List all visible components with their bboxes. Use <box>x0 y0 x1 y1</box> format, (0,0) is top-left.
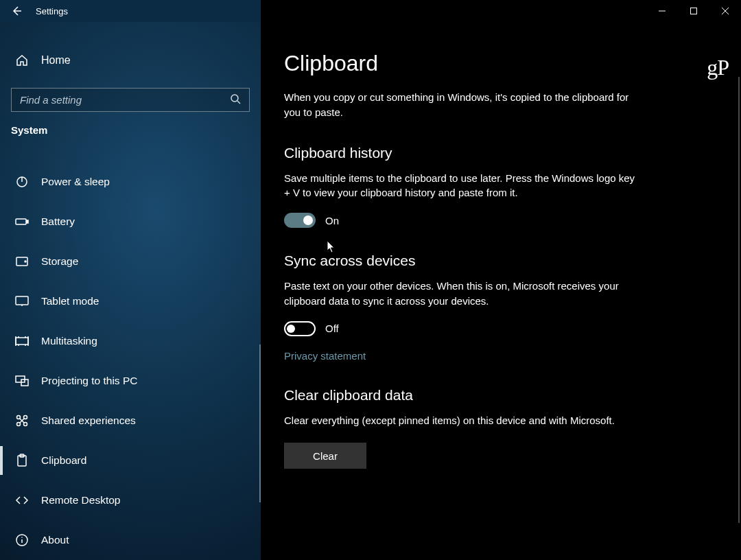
page-intro: When you copy or cut something in Window… <box>284 90 641 120</box>
section-title: Sync across devices <box>284 253 708 269</box>
nav-item-shared-experiences[interactable]: Shared experiences <box>0 401 261 441</box>
home-nav[interactable]: Home <box>0 47 261 74</box>
privacy-statement-link[interactable]: Privacy statement <box>284 350 366 362</box>
nav-label: Tablet mode <box>41 295 99 307</box>
svg-line-5 <box>237 101 240 104</box>
nav-label: Shared experiences <box>41 415 136 427</box>
section-desc: Paste text on your other devices. When t… <box>284 279 641 309</box>
about-icon <box>15 533 29 547</box>
toggle-label: On <box>325 215 339 226</box>
nav-item-projecting[interactable]: Projecting to this PC <box>0 361 261 401</box>
nav-label: Multitasking <box>41 335 97 347</box>
home-icon <box>15 54 29 67</box>
power-icon <box>15 175 29 189</box>
toggle-label: Off <box>325 323 339 334</box>
section-clear-data: Clear clipboard data Clear everything (e… <box>284 387 708 469</box>
svg-point-13 <box>21 305 23 306</box>
clipboard-icon <box>15 454 29 467</box>
nav-item-battery[interactable]: Battery <box>0 202 261 242</box>
svg-rect-9 <box>27 220 28 223</box>
section-sync-devices: Sync across devices Paste text on your o… <box>284 253 708 362</box>
svg-rect-12 <box>16 296 28 305</box>
sync-devices-toggle[interactable] <box>284 321 316 336</box>
search-icon <box>230 93 241 107</box>
nav-list: Power & sleep Battery Storage Tablet mod… <box>0 162 261 560</box>
nav-label: Battery <box>41 215 75 228</box>
multitasking-icon <box>15 334 29 348</box>
search-input[interactable] <box>20 94 230 106</box>
clipboard-history-toggle[interactable] <box>284 213 316 228</box>
section-title: Clear clipboard data <box>284 387 708 404</box>
svg-rect-8 <box>16 219 26 224</box>
clear-button[interactable]: Clear <box>284 443 366 469</box>
maximize-button[interactable] <box>678 0 709 22</box>
remote-icon <box>15 493 29 507</box>
arrow-left-icon <box>11 5 22 16</box>
content-pane: gP Clipboard When you copy or cut someth… <box>261 22 741 560</box>
minimize-icon <box>658 7 666 15</box>
nav-label: Power & sleep <box>41 176 110 188</box>
home-label: Home <box>41 54 71 67</box>
nav-label: Remote Desktop <box>41 494 120 506</box>
nav-item-power-sleep[interactable]: Power & sleep <box>0 162 261 202</box>
section-desc: Save multiple items to the clipboard to … <box>284 171 641 201</box>
maximize-icon <box>690 7 698 15</box>
shared-icon <box>15 414 29 428</box>
nav-item-remote-desktop[interactable]: Remote Desktop <box>0 480 261 520</box>
sidebar: Home System Power & sleep Battery Storag… <box>0 22 261 560</box>
watermark: gP <box>707 55 729 80</box>
search-box[interactable] <box>11 88 250 112</box>
svg-point-24 <box>24 416 27 419</box>
close-icon <box>721 7 729 15</box>
nav-item-tablet-mode[interactable]: Tablet mode <box>0 281 261 321</box>
nav-label: About <box>41 534 69 546</box>
svg-point-11 <box>25 261 26 262</box>
window-title: Settings <box>33 6 68 16</box>
svg-rect-1 <box>691 8 697 14</box>
close-button[interactable] <box>709 0 741 22</box>
nav-item-about[interactable]: About <box>0 520 261 560</box>
svg-point-23 <box>17 416 21 419</box>
svg-point-33 <box>21 537 23 538</box>
section-clipboard-history: Clipboard history Save multiple items to… <box>284 145 708 229</box>
minimize-button[interactable] <box>646 0 678 22</box>
nav-label: Clipboard <box>41 454 86 467</box>
titlebar: Settings <box>0 0 741 22</box>
storage-icon <box>15 255 29 268</box>
tablet-icon <box>15 294 29 308</box>
category-label: System <box>0 124 261 136</box>
svg-rect-14 <box>16 338 28 345</box>
content-scrollbar[interactable] <box>738 77 740 523</box>
section-title: Clipboard history <box>284 145 708 161</box>
svg-point-4 <box>231 95 238 102</box>
battery-icon <box>15 215 29 229</box>
svg-point-26 <box>24 423 27 426</box>
back-button[interactable] <box>0 0 33 22</box>
svg-point-25 <box>17 423 21 426</box>
section-desc: Clear everything (except pinned items) o… <box>284 413 641 428</box>
projecting-icon <box>15 374 29 388</box>
page-title: Clipboard <box>284 51 708 76</box>
nav-item-storage[interactable]: Storage <box>0 242 261 281</box>
nav-item-clipboard[interactable]: Clipboard <box>0 441 261 480</box>
nav-label: Projecting to this PC <box>41 375 137 387</box>
nav-label: Storage <box>41 255 78 268</box>
nav-item-multitasking[interactable]: Multitasking <box>0 321 261 361</box>
